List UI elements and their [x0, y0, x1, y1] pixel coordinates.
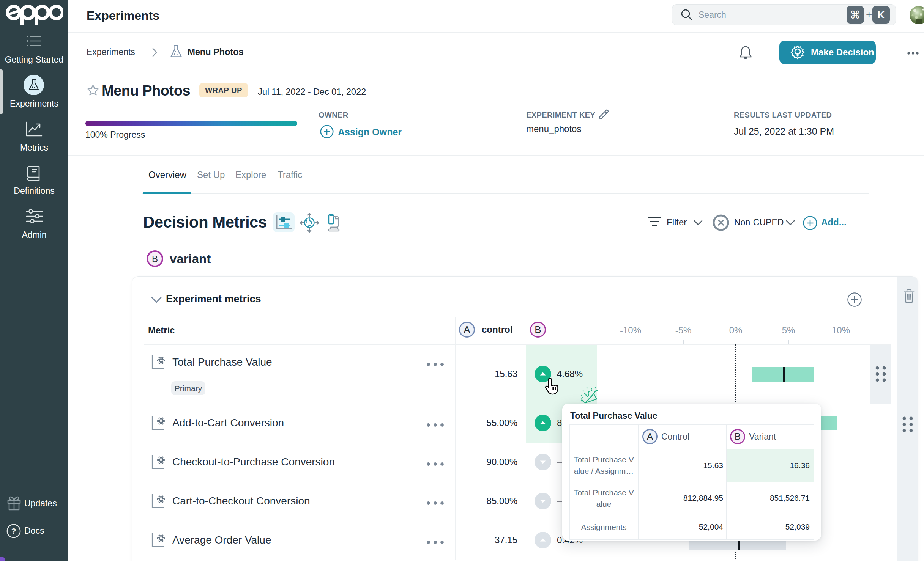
svg-text:?: ?: [11, 526, 16, 536]
